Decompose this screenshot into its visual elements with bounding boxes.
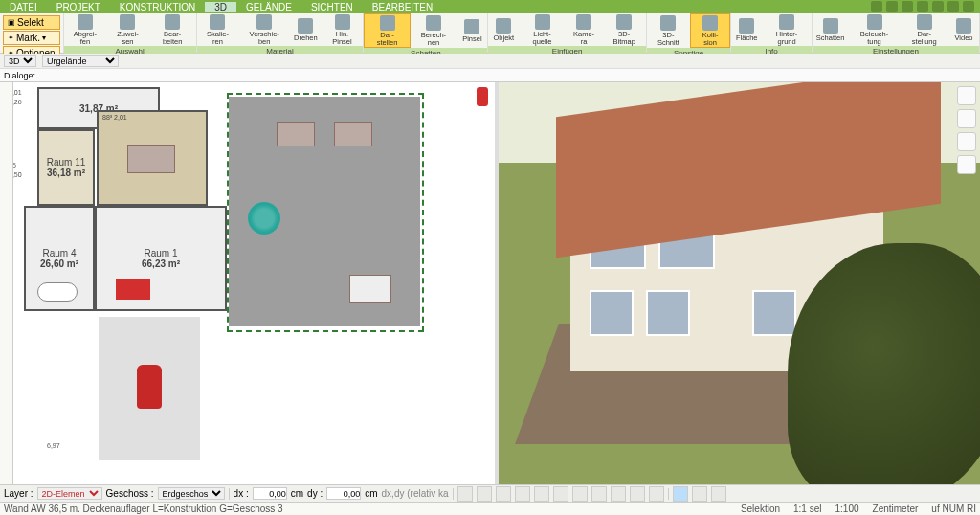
ribbon-group-einstellungen: SchattenBeleuch- tungDar- stellungVideoE… xyxy=(813,13,980,53)
room-kitchen[interactable]: 88³ 2,0145,42 m² xyxy=(97,110,208,206)
tool-icon[interactable] xyxy=(534,486,549,502)
ribbon-btn[interactable]: Hinter- grund xyxy=(762,13,812,46)
ribbon-btn-label: Dar- stellen xyxy=(368,32,405,46)
tool-icon xyxy=(823,18,838,34)
menu-projekt[interactable]: PROJEKT xyxy=(47,2,110,12)
menu-datei[interactable]: DATEI xyxy=(0,2,47,12)
sys-icon[interactable] xyxy=(886,1,898,12)
view-tools xyxy=(957,86,976,174)
tool-icon[interactable] xyxy=(477,486,492,502)
select-button[interactable]: ▣ Selekt xyxy=(3,15,60,30)
status-scale: 1:1 sel xyxy=(793,504,821,514)
sys-icon[interactable] xyxy=(871,1,882,12)
ribbon-btn[interactable]: Objekt xyxy=(488,13,519,46)
ribbon-btn-label: Kame- ra xyxy=(569,31,599,45)
ribbon-btn[interactable]: Beleuch- tung xyxy=(848,13,900,46)
ruler-vertical xyxy=(0,82,13,484)
ribbon-btn[interactable]: Bear- beiten xyxy=(149,13,196,46)
maximize-icon[interactable] xyxy=(947,1,959,12)
ribbon-btn-label: Objekt xyxy=(494,34,515,42)
ribbon-btn-label: Zuwei- sen xyxy=(110,31,145,45)
lounge xyxy=(334,122,372,146)
geschoss-label: Geschoss : xyxy=(106,488,154,499)
tool-icon[interactable] xyxy=(553,486,568,502)
ribbon-btn[interactable]: Video xyxy=(948,13,979,46)
menu-sichten[interactable]: SICHTEN xyxy=(301,2,363,12)
menu-3d[interactable]: 3D xyxy=(205,2,236,12)
tool-icon[interactable] xyxy=(649,486,664,502)
layer-select[interactable]: Urgelände xyxy=(42,55,119,67)
ribbon-btn-label: Drehen xyxy=(294,34,318,42)
menu-bearbeiten[interactable]: BEARBEITEN xyxy=(363,2,442,12)
terrace[interactable] xyxy=(229,97,420,326)
ribbon-btn-label: Abgrei- fen xyxy=(68,31,103,45)
mode-select[interactable]: 3D xyxy=(4,55,36,67)
ribbon-btn-label: Pinsel xyxy=(462,35,481,43)
ribbon-btn[interactable]: Berech- nen xyxy=(411,13,457,48)
tool-icon[interactable] xyxy=(711,486,726,502)
3d-view[interactable] xyxy=(499,82,980,484)
room-raum11[interactable]: Raum 1136,18 m² xyxy=(37,129,95,206)
snap-tool-icon[interactable] xyxy=(673,486,688,502)
ribbon-btn[interactable]: Schatten xyxy=(813,13,849,46)
palette-tool-icon[interactable] xyxy=(957,132,976,151)
ribbon-btn[interactable]: Kame- ra xyxy=(566,13,603,46)
ribbon-btn[interactable]: Fläche xyxy=(731,13,762,46)
tool-icon[interactable] xyxy=(692,486,707,502)
minimize-icon[interactable] xyxy=(932,1,944,12)
ribbon-btn[interactable]: Drehen xyxy=(290,13,322,46)
ribbon-btn[interactable]: Pinsel xyxy=(457,13,487,48)
tool-icon xyxy=(739,18,754,34)
menu-konstruktion[interactable]: KONSTRUKTION xyxy=(110,2,205,12)
status-selektion: Selektion xyxy=(741,504,780,514)
tool-icon[interactable] xyxy=(630,486,645,502)
tool-icon[interactable] xyxy=(496,486,511,502)
ribbon-group-schatten: Dar- stellenBerech- nenPinselSchatten xyxy=(364,13,488,53)
ribbon-btn[interactable]: Dar- stellen xyxy=(364,13,410,48)
ribbon-btn[interactable]: Licht- quelle xyxy=(519,13,565,46)
ribbon-btn-label: Kolli- sion xyxy=(695,32,725,46)
ribbon-btn[interactable]: Dar- stellung xyxy=(901,13,948,46)
menu-gelände[interactable]: GELÄNDE xyxy=(236,2,301,12)
ribbon-btn[interactable]: Kolli- sion xyxy=(690,13,730,48)
ribbon-btn[interactable]: Zuwei- sen xyxy=(106,13,149,46)
main-menubar: DATEIPROJEKTKONSTRUKTION3DGELÄNDESICHTEN… xyxy=(0,0,980,13)
hydrant-icon xyxy=(477,87,488,106)
ribbon-btn-label: Skalie- ren xyxy=(201,31,235,45)
tool-icon xyxy=(426,15,441,31)
seating-group xyxy=(349,275,391,303)
dy-input[interactable] xyxy=(326,487,361,500)
tool-icon xyxy=(576,14,591,30)
room-raum1[interactable]: Raum 166,23 m² xyxy=(95,206,227,311)
tool-icon[interactable] xyxy=(611,486,626,502)
dx-input[interactable] xyxy=(253,487,287,500)
tool-icon[interactable] xyxy=(515,486,530,502)
ribbon-btn-label: Fläche xyxy=(736,34,758,42)
tool-icon xyxy=(956,18,971,34)
ribbon-btn[interactable]: 3D- Schnitt xyxy=(647,13,690,48)
layer-value-select[interactable]: 2D-Elemen xyxy=(37,487,102,500)
bottom-toolbar: Layer : 2D-Elemen Geschoss : Erdgeschos … xyxy=(0,484,980,502)
ribbon-btn[interactable]: 3D- Bitmap xyxy=(602,13,645,46)
layers-tool-icon[interactable] xyxy=(957,86,976,105)
close-icon[interactable] xyxy=(963,1,974,12)
tool-icon[interactable] xyxy=(591,486,607,502)
floorplan-view[interactable]: 1,01 2,26 75 4,50 12,27 6,97 31,87 m² Ra… xyxy=(13,82,495,484)
ribbon-btn[interactable]: Skalie- ren xyxy=(197,13,239,46)
sys-icon[interactable] xyxy=(917,1,928,12)
ribbon-btn-label: Bear- beiten xyxy=(153,31,192,45)
room-raum4[interactable]: Raum 426,60 m² xyxy=(24,206,95,311)
sys-icon[interactable] xyxy=(902,1,913,12)
plant-tool-icon[interactable] xyxy=(957,155,976,174)
tool-icon[interactable] xyxy=(457,486,473,502)
tool-icon xyxy=(464,19,479,34)
tool-icon xyxy=(210,14,225,30)
ribbon-btn[interactable]: Verschie- ben xyxy=(238,13,290,46)
ribbon-btn[interactable]: Abgrei- fen xyxy=(64,13,107,46)
geschoss-select[interactable]: Erdgeschos xyxy=(158,487,225,500)
ribbon-btn[interactable]: Hin. Pinsel xyxy=(322,13,364,46)
tool-icon[interactable] xyxy=(572,486,588,502)
furniture-tool-icon[interactable] xyxy=(957,109,976,128)
mark-button[interactable]: ✦ Mark. ▾ xyxy=(3,31,60,45)
dining-table xyxy=(127,145,175,173)
